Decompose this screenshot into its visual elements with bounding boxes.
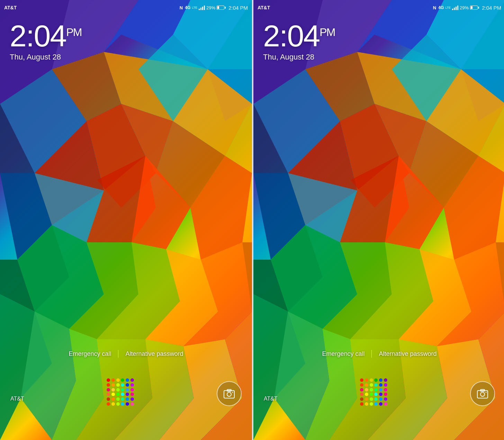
right-bottom-area: Emergency call Alternative password AT&T [253,350,504,440]
right-bottom-icons: AT&T [253,378,504,416]
left-carrier-status: AT&T [4,5,17,10]
left-status-bar: AT&T N 4G LTE 29% 2:04 PM [0,0,252,15]
svg-rect-84 [477,390,488,398]
right-status-bar: AT&T N 4G LTE 29% 2:04 PM [253,0,504,15]
left-bottom-carrier: AT&T [10,396,24,406]
svg-point-85 [480,392,485,396]
left-phone-screen: AT&T N 4G LTE 29% 2:04 PM [0,0,252,440]
svg-point-41 [227,392,231,396]
signal-icon [199,5,205,10]
svg-rect-40 [224,390,234,398]
right-status-right: N 4G LTE 29% 2:04 PM [433,5,501,11]
right-dots-icon[interactable] [360,378,388,406]
left-status-time: 2:04 PM [228,5,248,11]
right-battery-icon [470,6,479,10]
right-clock-date: Thu, August 28 [263,53,335,62]
right-lte-icon: LTE [445,6,451,9]
right-emergency-call[interactable]: Emergency call [322,350,364,358]
battery-pct-text: 29% [206,5,215,10]
left-status-right: N 4G LTE 29% 2:04 PM [180,5,248,11]
battery-icon [217,6,226,10]
left-camera-button[interactable] [217,381,242,406]
left-dots-icon[interactable] [107,378,134,406]
right-nfc-icon: N [433,5,436,10]
right-network-icon: 4G [438,5,444,10]
svg-point-87 [485,392,486,393]
right-battery-pct-text: 29% [460,5,469,10]
right-clock-area: 2:04PM Thu, August 28 [263,21,335,62]
right-phone-screen: AT&T N 4G LTE 29% 2:04 PM 2:04PM [253,0,504,440]
lte-icon: LTE [192,6,197,9]
network-icon: 4G [185,5,190,10]
svg-point-43 [232,392,233,393]
left-clock-time: 2:04PM [10,21,81,51]
right-signal-icon [452,5,458,10]
right-bottom-carrier: AT&T [264,396,278,406]
left-clock-date: Thu, August 28 [10,53,81,62]
left-bottom-icons: AT&T [0,378,252,416]
left-alternative-password[interactable]: Alternative password [125,350,183,358]
right-lock-options: Emergency call Alternative password [322,350,436,358]
right-status-time: 2:04 PM [482,5,501,11]
right-ampm: PM [320,26,335,38]
left-ampm: PM [66,26,81,38]
left-bottom-area: Emergency call Alternative password AT&T [0,350,252,440]
left-emergency-call[interactable]: Emergency call [69,350,111,358]
right-camera-button[interactable] [470,381,495,406]
right-clock-time: 2:04PM [263,21,335,51]
right-alternative-password[interactable]: Alternative password [379,350,436,358]
left-options-separator [118,350,118,358]
left-lock-options: Emergency call Alternative password [69,350,183,358]
left-clock-area: 2:04PM Thu, August 28 [10,21,81,62]
right-carrier-status: AT&T [258,5,270,10]
right-options-separator [371,350,372,358]
nfc-icon: N [180,5,183,10]
